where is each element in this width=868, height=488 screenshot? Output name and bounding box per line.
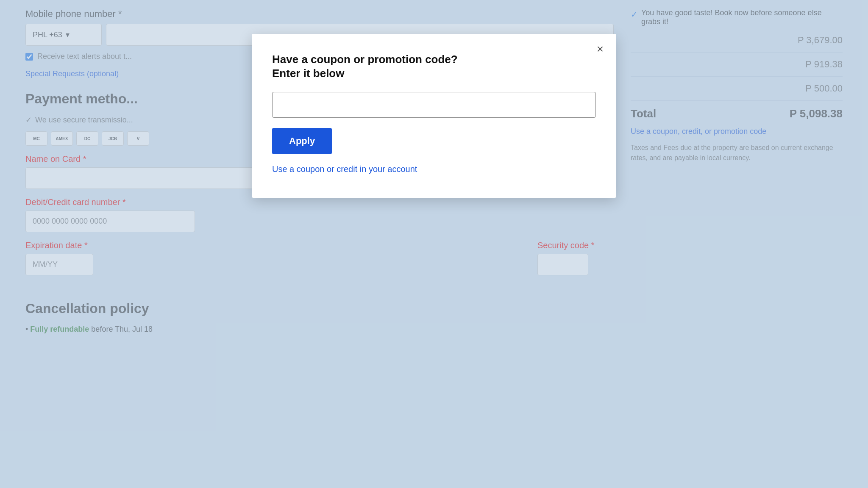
apply-button[interactable]: Apply: [272, 128, 332, 154]
modal-title-line1: Have a coupon or promotion code?: [272, 53, 596, 67]
use-account-coupon-link[interactable]: Use a coupon or credit in your account: [272, 164, 417, 174]
modal-overlay: × Have a coupon or promotion code? Enter…: [0, 0, 868, 488]
coupon-code-input[interactable]: [272, 92, 596, 118]
modal-close-button[interactable]: ×: [593, 42, 607, 57]
coupon-modal: × Have a coupon or promotion code? Enter…: [252, 34, 616, 198]
modal-title-line2: Enter it below: [272, 67, 596, 80]
